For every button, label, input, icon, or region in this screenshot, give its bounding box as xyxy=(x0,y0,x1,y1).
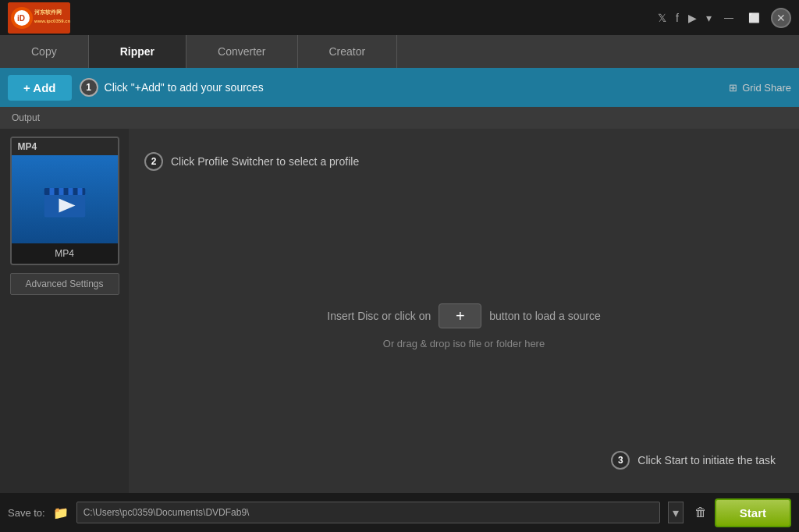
tab-bar: Copy Ripper Converter Creator xyxy=(0,35,799,68)
load-source-button[interactable]: + xyxy=(439,303,481,328)
tab-creator[interactable]: Creator xyxy=(298,35,398,68)
step2-hint: 2 Click Profile Switcher to select a pro… xyxy=(144,152,359,171)
path-dropdown-button[interactable]: ▾ xyxy=(668,502,684,523)
step2-hint-text: Click Profile Switcher to select a profi… xyxy=(171,155,359,168)
film-icon xyxy=(41,176,88,223)
left-panel: MP4 MP4 Advanced Settings xyxy=(0,129,129,493)
output-label: Output xyxy=(12,112,40,123)
save-to-label: Save to: xyxy=(8,507,45,519)
profile-card-label: MP4 xyxy=(12,243,118,264)
folder-icon: 📁 xyxy=(53,505,69,520)
restore-button[interactable]: ⬜ xyxy=(746,10,762,26)
delete-path-button[interactable]: 🗑 xyxy=(694,505,707,520)
logo-area: iD 河东软件网 www.ipc0359.cn xyxy=(8,2,70,34)
insert-text: Insert Disc or click on xyxy=(327,310,431,322)
svg-text:河东软件网: 河东软件网 xyxy=(34,9,62,15)
profile-card-header: MP4 xyxy=(12,138,118,155)
title-bar: iD 河东软件网 www.ipc0359.cn 𝕏 f ▶ ▾ — ⬜ ✕ xyxy=(0,0,799,35)
add-button[interactable]: + Add xyxy=(8,75,72,101)
drag-drop-text: Or drag & drop iso file or folder here xyxy=(383,338,545,349)
svg-text:www.ipc0359.cn: www.ipc0359.cn xyxy=(34,19,70,23)
close-button[interactable]: ✕ xyxy=(771,8,791,28)
grid-view-button[interactable]: ⊞ Grid Share xyxy=(729,82,791,94)
insert-disc-row: Insert Disc or click on + button to load… xyxy=(327,303,600,328)
grid-view-label: Grid Share xyxy=(742,82,791,94)
drop-area: Insert Disc or click on + button to load… xyxy=(327,303,600,349)
svg-text:iD: iD xyxy=(17,14,25,23)
bottom-bar: Save to: 📁 ▾ 🗑 Start xyxy=(0,493,799,532)
step3-hint-text: Click Start to initiate the task xyxy=(637,454,776,466)
tab-copy[interactable]: Copy xyxy=(0,35,89,68)
svg-rect-9 xyxy=(59,188,63,195)
tab-converter[interactable]: Converter xyxy=(186,35,297,68)
output-label-bar: Output xyxy=(0,107,799,129)
youtube-icon[interactable]: ▶ xyxy=(688,12,697,24)
step1-hint: 1 Click "+Add" to add your sources xyxy=(80,78,722,97)
tab-ripper[interactable]: Ripper xyxy=(89,35,186,68)
app-logo: iD 河东软件网 www.ipc0359.cn xyxy=(8,2,70,34)
dropdown-icon[interactable]: ▾ xyxy=(706,12,712,24)
profile-card-icon xyxy=(12,155,118,243)
step3-circle: 3 xyxy=(611,451,630,470)
svg-rect-11 xyxy=(77,188,82,195)
minimize-button[interactable]: — xyxy=(721,10,737,26)
twitter-icon[interactable]: 𝕏 xyxy=(658,12,666,24)
save-path-input[interactable] xyxy=(76,502,660,523)
toolbar: + Add 1 Click "+Add" to add your sources… xyxy=(0,68,799,107)
step1-hint-text: Click "+Add" to add your sources xyxy=(105,81,264,94)
advanced-settings-button[interactable]: Advanced Settings xyxy=(10,273,119,295)
svg-rect-10 xyxy=(68,188,73,195)
button-suffix: button to load a source xyxy=(489,310,600,322)
title-bar-controls: 𝕏 f ▶ ▾ — ⬜ ✕ xyxy=(658,8,791,28)
main-content: MP4 MP4 Advanced Settings xyxy=(0,129,799,493)
svg-rect-8 xyxy=(49,188,54,195)
profile-card[interactable]: MP4 MP4 xyxy=(10,137,119,265)
right-panel: 2 Click Profile Switcher to select a pro… xyxy=(129,129,799,493)
step1-circle: 1 xyxy=(80,78,98,97)
step3-hint: 3 Click Start to initiate the task xyxy=(611,451,776,470)
facebook-icon[interactable]: f xyxy=(676,12,679,24)
grid-icon: ⊞ xyxy=(729,82,737,94)
start-button[interactable]: Start xyxy=(715,498,791,527)
step2-circle: 2 xyxy=(144,152,163,171)
